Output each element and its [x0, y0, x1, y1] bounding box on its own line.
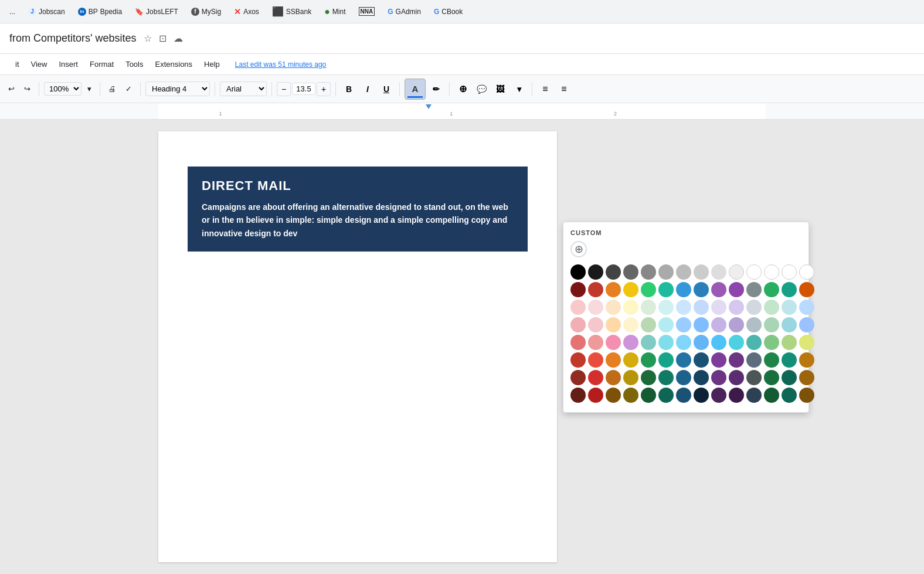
color-swatch[interactable]	[570, 264, 586, 280]
underline-button[interactable]: U	[378, 81, 395, 97]
color-swatch[interactable]	[588, 317, 603, 332]
color-swatch[interactable]	[623, 317, 638, 332]
color-swatch[interactable]	[764, 388, 779, 403]
color-swatch[interactable]	[799, 370, 814, 385]
color-swatch[interactable]	[623, 388, 638, 403]
color-swatch[interactable]	[570, 335, 586, 350]
italic-button[interactable]: I	[359, 81, 376, 97]
color-swatch[interactable]	[676, 264, 691, 280]
color-swatch[interactable]	[782, 317, 797, 332]
insert-more-button[interactable]: ▾	[511, 81, 527, 97]
color-swatch[interactable]	[658, 335, 674, 350]
color-swatch[interactable]	[746, 317, 762, 332]
cloud-icon[interactable]: ☁	[174, 33, 183, 44]
color-swatch[interactable]	[746, 282, 762, 297]
insert-link-button[interactable]: ⊕	[454, 81, 471, 97]
menu-format[interactable]: Format	[84, 57, 120, 71]
color-swatch[interactable]	[746, 388, 762, 403]
color-swatch[interactable]	[799, 352, 814, 368]
color-swatch[interactable]	[729, 264, 744, 280]
color-swatch[interactable]	[694, 300, 709, 315]
color-swatch[interactable]	[658, 264, 674, 280]
color-swatch[interactable]	[799, 264, 814, 280]
color-swatch[interactable]	[658, 370, 674, 385]
zoom-dropdown[interactable]: ▾	[84, 82, 95, 96]
bookmark-cbook[interactable]: G CBook	[429, 5, 467, 18]
add-custom-color-button[interactable]: ⊕	[570, 241, 587, 257]
color-swatch[interactable]	[588, 282, 603, 297]
insert-comment-button[interactable]: 💬	[473, 81, 490, 97]
spell-check-button[interactable]: ✓	[122, 82, 135, 96]
color-swatch[interactable]	[799, 317, 814, 332]
color-swatch[interactable]	[588, 370, 603, 385]
color-swatch[interactable]	[641, 388, 656, 403]
color-swatch[interactable]	[570, 370, 586, 385]
color-swatch[interactable]	[729, 388, 744, 403]
align-left-button[interactable]: ≡	[537, 81, 553, 97]
color-swatch[interactable]	[764, 370, 779, 385]
color-swatch[interactable]	[729, 335, 744, 350]
color-swatch[interactable]	[658, 388, 674, 403]
color-swatch[interactable]	[746, 352, 762, 368]
highlight-color-button[interactable]: ✏	[428, 81, 444, 97]
heading-style-select[interactable]: Heading 4	[145, 81, 210, 96]
color-swatch[interactable]	[676, 388, 691, 403]
color-swatch[interactable]	[641, 370, 656, 385]
color-swatch[interactable]	[676, 282, 691, 297]
color-swatch[interactable]	[641, 335, 656, 350]
color-swatch[interactable]	[606, 352, 621, 368]
color-swatch[interactable]	[694, 335, 709, 350]
color-swatch[interactable]	[694, 317, 709, 332]
color-swatch[interactable]	[658, 282, 674, 297]
color-swatch[interactable]	[641, 300, 656, 315]
color-swatch[interactable]	[711, 317, 726, 332]
color-swatch[interactable]	[606, 317, 621, 332]
last-edit-status[interactable]: Last edit was 51 minutes ago	[235, 60, 326, 69]
menu-help[interactable]: Help	[198, 57, 226, 71]
color-swatch[interactable]	[782, 264, 797, 280]
bookmark-nna[interactable]: NNA	[354, 5, 380, 18]
bookmark-jobscan[interactable]: J Jobscan	[23, 5, 70, 18]
color-swatch[interactable]	[711, 388, 726, 403]
color-swatch[interactable]	[623, 264, 638, 280]
increase-font-size-button[interactable]: +	[317, 82, 331, 96]
color-swatch[interactable]	[729, 352, 744, 368]
color-swatch[interactable]	[694, 352, 709, 368]
folder-icon[interactable]: ⊡	[159, 33, 167, 44]
color-swatch[interactable]	[606, 370, 621, 385]
color-swatch[interactable]	[782, 388, 797, 403]
color-swatch[interactable]	[764, 300, 779, 315]
color-swatch[interactable]	[658, 352, 674, 368]
bookmark-jobsleft[interactable]: 🔖 JobsLEFT	[130, 5, 183, 18]
color-swatch[interactable]	[623, 370, 638, 385]
color-swatch[interactable]	[711, 370, 726, 385]
color-swatch[interactable]	[782, 282, 797, 297]
color-swatch[interactable]	[676, 300, 691, 315]
font-family-select[interactable]: Arial	[220, 81, 267, 96]
color-swatch[interactable]	[676, 317, 691, 332]
color-swatch[interactable]	[711, 282, 726, 297]
color-swatch[interactable]	[729, 370, 744, 385]
color-swatch[interactable]	[570, 317, 586, 332]
color-swatch[interactable]	[694, 370, 709, 385]
color-swatch[interactable]	[606, 335, 621, 350]
color-swatch[interactable]	[694, 388, 709, 403]
color-swatch[interactable]	[623, 335, 638, 350]
decrease-font-size-button[interactable]: −	[277, 82, 291, 96]
color-swatch[interactable]	[641, 317, 656, 332]
color-swatch[interactable]	[641, 264, 656, 280]
color-swatch[interactable]	[711, 264, 726, 280]
print-button[interactable]: 🖨	[105, 82, 120, 96]
color-swatch[interactable]	[764, 264, 779, 280]
color-swatch[interactable]	[782, 335, 797, 350]
color-swatch[interactable]	[588, 300, 603, 315]
color-swatch[interactable]	[606, 264, 621, 280]
bold-button[interactable]: B	[341, 81, 357, 97]
text-color-button[interactable]: A	[405, 79, 426, 100]
color-swatch[interactable]	[623, 300, 638, 315]
color-swatch[interactable]	[746, 335, 762, 350]
color-swatch[interactable]	[746, 264, 762, 280]
font-size-input[interactable]	[292, 83, 315, 95]
insert-image-button[interactable]: 🖼	[492, 81, 508, 97]
indent-marker[interactable]	[426, 104, 432, 109]
